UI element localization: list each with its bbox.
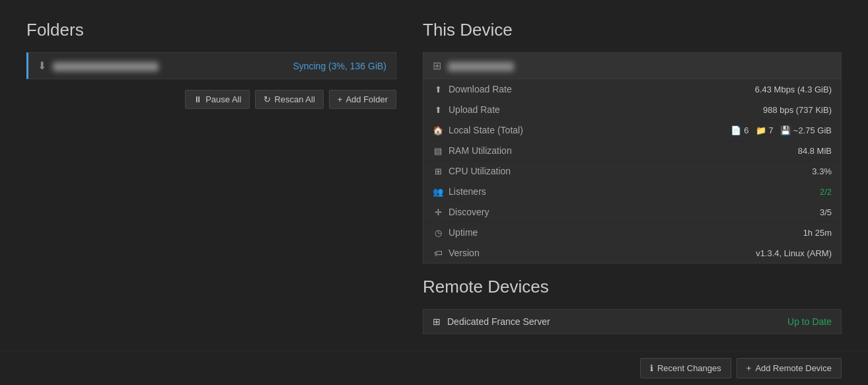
remote-device-name: Dedicated France Server bbox=[447, 316, 781, 327]
disk-icon: 💾 bbox=[780, 125, 791, 135]
device-stats: ⬆ Download Rate 6.43 Mbps (4.3 GiB) ⬆ Up… bbox=[423, 79, 841, 263]
right-panel: This Device ⊞ ⬆ Download Rate 6.43 Mbps … bbox=[423, 20, 842, 337]
stat-cpu: ⊞ CPU Utilization 3.3% bbox=[423, 161, 841, 182]
stat-version: 🏷 Version v1.3.4, Linux (ARM) bbox=[423, 243, 841, 263]
download-rate-value: 6.43 Mbps (4.3 GiB) bbox=[755, 85, 832, 94]
local-state-value: 📄 6 📁 7 💾 ~2.75 GiB bbox=[731, 125, 832, 135]
folder-icon: 📁 bbox=[756, 125, 766, 135]
device-name bbox=[448, 60, 514, 71]
ram-icon: ▤ bbox=[433, 146, 443, 156]
this-device-header: ⊞ bbox=[423, 53, 841, 79]
discovery-value: 3/5 bbox=[820, 207, 832, 217]
stat-upload-rate: ⬆ Upload Rate 988 bps (737 KiB) bbox=[423, 100, 841, 120]
folder-name bbox=[53, 60, 286, 71]
local-state-folders: 📁 7 bbox=[756, 125, 774, 135]
remote-devices-title: Remote Devices bbox=[423, 277, 842, 297]
folder-status: Syncing (3%, 136 GiB) bbox=[293, 61, 386, 71]
version-icon: 🏷 bbox=[433, 248, 443, 258]
device-icon: ⊞ bbox=[433, 59, 441, 72]
pause-all-button[interactable]: ⏸ Pause All bbox=[185, 90, 250, 109]
upload-rate-icon: ⬆ bbox=[433, 105, 443, 115]
remote-device-status: Up to Date bbox=[787, 316, 832, 327]
this-device-title: This Device bbox=[423, 20, 842, 40]
recent-changes-button[interactable]: ℹ Recent Changes bbox=[640, 358, 731, 378]
stat-local-state: 🏠 Local State (Total) 📄 6 📁 7 bbox=[423, 120, 841, 141]
folders-title: Folders bbox=[26, 20, 396, 40]
rescan-icon: ↻ bbox=[264, 94, 271, 104]
stat-ram: ▤ RAM Utilization 84.8 MiB bbox=[423, 141, 841, 161]
version-value: v1.3.4, Linux (ARM) bbox=[756, 248, 832, 258]
stat-discovery: ✛ Discovery 3/5 bbox=[423, 202, 841, 223]
add-remote-device-icon: + bbox=[746, 363, 752, 373]
footer: ℹ Recent Changes + Add Remote Device bbox=[0, 351, 868, 385]
remote-device-icon: ⊞ bbox=[433, 316, 441, 327]
local-state-files: 📄 6 bbox=[731, 125, 748, 135]
stat-uptime: ◷ Uptime 1h 25m bbox=[423, 223, 841, 243]
stat-download-rate: ⬆ Download Rate 6.43 Mbps (4.3 GiB) bbox=[423, 79, 841, 100]
this-device-card: ⊞ ⬆ Download Rate 6.43 Mbps (4.3 GiB) ⬆ bbox=[423, 52, 842, 263]
cpu-icon: ⊞ bbox=[433, 166, 443, 176]
add-folder-button[interactable]: + Add Folder bbox=[329, 90, 396, 109]
add-folder-icon: + bbox=[338, 94, 343, 104]
listeners-value: 2/2 bbox=[820, 187, 832, 197]
cpu-value: 3.3% bbox=[812, 166, 832, 176]
stat-listeners: 👥 Listeners 2/2 bbox=[423, 182, 841, 202]
local-state-size: 💾 ~2.75 GiB bbox=[780, 125, 832, 135]
remote-device-item[interactable]: ⊞ Dedicated France Server Up to Date bbox=[423, 309, 842, 334]
folder-toolbar: ⏸ Pause All ↻ Rescan All + Add Folder bbox=[26, 90, 396, 109]
info-icon: ℹ bbox=[650, 363, 653, 373]
discovery-icon: ✛ bbox=[433, 207, 443, 217]
file-icon: 📄 bbox=[731, 125, 741, 135]
local-state-icon: 🏠 bbox=[433, 125, 443, 135]
pause-icon: ⏸ bbox=[194, 94, 202, 104]
uptime-value: 1h 25m bbox=[803, 228, 832, 238]
folder-download-icon: ⬇ bbox=[38, 59, 46, 72]
download-rate-icon: ⬆ bbox=[433, 85, 443, 94]
listeners-icon: 👥 bbox=[433, 187, 443, 197]
uptime-icon: ◷ bbox=[433, 228, 443, 238]
folder-item[interactable]: ⬇ Syncing (3%, 136 GiB) bbox=[26, 52, 396, 79]
folders-panel: Folders ⬇ Syncing (3%, 136 GiB) ⏸ Pause … bbox=[26, 20, 396, 337]
rescan-all-button[interactable]: ↻ Rescan All bbox=[255, 90, 323, 109]
upload-rate-value: 988 bps (737 KiB) bbox=[763, 105, 832, 115]
add-remote-device-button[interactable]: + Add Remote Device bbox=[737, 358, 842, 378]
ram-value: 84.8 MiB bbox=[798, 146, 832, 156]
